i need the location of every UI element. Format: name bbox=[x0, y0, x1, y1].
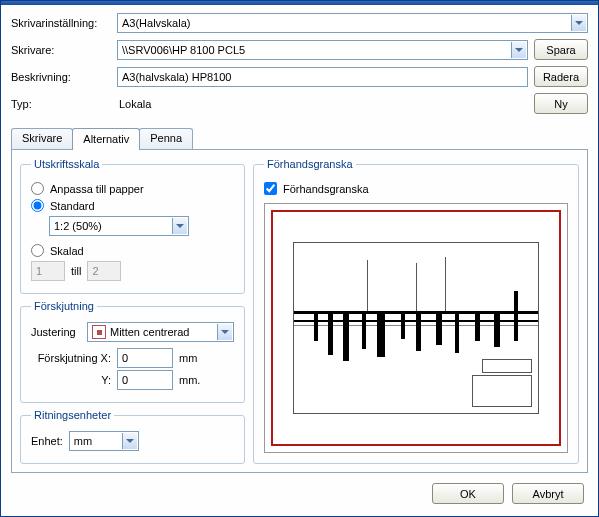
label-forskjutning-x: Förskjutning X: bbox=[31, 352, 111, 364]
chevron-down-icon bbox=[122, 433, 137, 449]
legend-forskjutning: Förskjutning bbox=[31, 300, 97, 312]
label-forskjutning-y: Y: bbox=[31, 374, 111, 386]
unit-mm-y: mm. bbox=[179, 374, 200, 386]
unit-mm-x: mm bbox=[179, 352, 197, 364]
checkbox-forhandsgranska[interactable] bbox=[264, 182, 277, 195]
avbryt-button[interactable]: Avbryt bbox=[512, 483, 584, 504]
combo-skrivarinstallning[interactable]: A3(Halvskala) bbox=[117, 13, 588, 33]
combo-skrivare-value: \\SRV006\HP 8100 PCL5 bbox=[122, 44, 245, 56]
tab-skrivare[interactable]: Skrivare bbox=[11, 128, 73, 149]
chevron-down-icon bbox=[511, 42, 526, 58]
group-utskriftsskala: Utskriftsskala Anpassa till papper Stand… bbox=[20, 158, 245, 294]
label-enhet: Enhet: bbox=[31, 435, 63, 447]
input-beskrivning-value: A3(halvskala) HP8100 bbox=[122, 71, 231, 83]
radio-skalad[interactable] bbox=[31, 244, 44, 257]
chevron-down-icon bbox=[172, 218, 187, 234]
input-skalad-to: 2 bbox=[87, 261, 121, 281]
combo-justering-value: Mitten centrerad bbox=[110, 326, 189, 338]
preview-area bbox=[264, 203, 568, 453]
radio-standard[interactable] bbox=[31, 199, 44, 212]
radio-anpassa[interactable] bbox=[31, 182, 44, 195]
chevron-down-icon bbox=[571, 15, 586, 31]
label-forhandsgranska-check: Förhandsgranska bbox=[283, 183, 369, 195]
label-standard: Standard bbox=[50, 200, 95, 212]
combo-enhet[interactable]: mm bbox=[69, 431, 139, 451]
input-beskrivning[interactable]: A3(halvskala) HP8100 bbox=[117, 67, 528, 87]
group-ritningsenheter: Ritningsenheter Enhet: mm bbox=[20, 409, 245, 464]
combo-skrivare[interactable]: \\SRV006\HP 8100 PCL5 bbox=[117, 40, 528, 60]
combo-enhet-value: mm bbox=[74, 435, 92, 447]
ny-button[interactable]: Ny bbox=[534, 93, 588, 114]
legend-utskriftsskala: Utskriftsskala bbox=[31, 158, 102, 170]
label-anpassa: Anpassa till papper bbox=[50, 183, 144, 195]
spara-button[interactable]: Spara bbox=[534, 39, 588, 60]
label-beskrivning: Beskrivning: bbox=[11, 71, 111, 83]
input-skalad-from: 1 bbox=[31, 261, 65, 281]
value-typ: Lokala bbox=[117, 98, 528, 110]
input-offset-y[interactable]: 0 bbox=[117, 370, 173, 390]
combo-standard-scale[interactable]: 1:2 (50%) bbox=[49, 216, 189, 236]
tab-penna[interactable]: Penna bbox=[139, 128, 193, 149]
radera-button[interactable]: Radera bbox=[534, 66, 588, 87]
label-typ: Typ: bbox=[11, 98, 111, 110]
legend-ritningsenheter: Ritningsenheter bbox=[31, 409, 114, 421]
input-offset-x[interactable]: 0 bbox=[117, 348, 173, 368]
ok-button[interactable]: OK bbox=[432, 483, 504, 504]
chevron-down-icon bbox=[217, 324, 232, 340]
combo-justering[interactable]: Mitten centrerad bbox=[87, 322, 234, 342]
label-till: till bbox=[71, 265, 81, 277]
label-skrivare: Skrivare: bbox=[11, 44, 111, 56]
group-forskjutning: Förskjutning Justering Mitten centrerad bbox=[20, 300, 245, 403]
legend-forhandsgranska: Förhandsgranska bbox=[264, 158, 356, 170]
label-skalad: Skalad bbox=[50, 245, 84, 257]
group-forhandsgranska: Förhandsgranska Förhandsgranska bbox=[253, 158, 579, 464]
align-center-icon bbox=[92, 325, 106, 339]
combo-skrivarinstallning-value: A3(Halvskala) bbox=[122, 17, 190, 29]
tab-alternativ[interactable]: Alternativ bbox=[72, 128, 140, 150]
drawing-preview-icon bbox=[293, 242, 539, 414]
label-skrivarinstallning: Skrivarinställning: bbox=[11, 17, 111, 29]
combo-standard-scale-value: 1:2 (50%) bbox=[54, 220, 102, 232]
label-justering: Justering bbox=[31, 326, 81, 338]
